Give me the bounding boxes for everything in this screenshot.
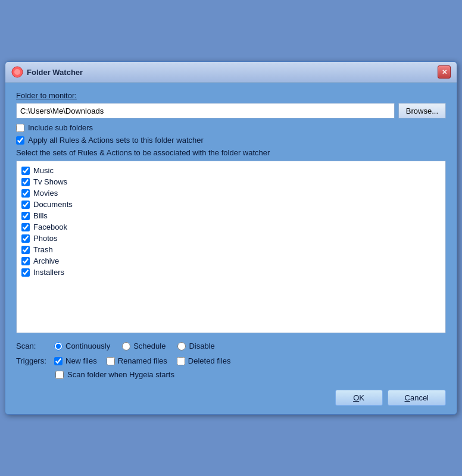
list-checkbox-facebook[interactable] xyxy=(21,223,30,231)
scan-folder-label: Scan folder when Hygeia starts xyxy=(67,370,174,379)
folder-watcher-dialog: Folder Watcher ✕ Folder to monitor: Brow… xyxy=(5,61,457,415)
list-item: Facebook xyxy=(21,221,441,233)
trigger-new-files-label: New files xyxy=(65,356,97,365)
triggers-row: Triggers: New files Renamed files Delete… xyxy=(16,356,446,365)
apply-all-rules-row: Apply all Rules & Actions sets to this f… xyxy=(16,136,446,145)
ok-underline-char: O xyxy=(353,393,359,402)
list-checkbox-movies[interactable] xyxy=(21,189,30,198)
trigger-renamed-files-label: Renamed files xyxy=(118,356,167,365)
list-item: Photos xyxy=(21,233,441,244)
list-item-label-movies: Movies xyxy=(33,189,58,198)
list-item: Tv Shows xyxy=(21,176,441,187)
radio-schedule[interactable]: Schedule xyxy=(122,342,166,350)
radio-continuously[interactable]: Continuously xyxy=(54,342,110,350)
list-item-label-tvshows: Tv Shows xyxy=(33,177,67,186)
app-icon xyxy=(11,66,23,78)
list-checkbox-tvshows[interactable] xyxy=(21,178,30,186)
trigger-deleted-files-label: Deleted files xyxy=(188,356,231,365)
list-item-label-documents: Documents xyxy=(33,200,73,209)
ok-button[interactable]: OK xyxy=(335,390,383,406)
radio-disable-input[interactable] xyxy=(177,342,186,350)
trigger-renamed-files-checkbox[interactable] xyxy=(107,357,115,365)
folder-label: Folder to monitor: xyxy=(16,91,446,100)
cancel-button[interactable]: Cancel xyxy=(388,390,446,406)
radio-continuously-label: Continuously xyxy=(65,342,110,350)
browse-button[interactable]: Browse... xyxy=(398,103,446,118)
list-item-label-photos: Photos xyxy=(33,234,57,243)
scan-row: Scan: Continuously Schedule Disable xyxy=(16,342,446,350)
apply-all-rules-checkbox[interactable] xyxy=(16,136,24,145)
cancel-rest-label: ancel xyxy=(410,393,429,402)
trigger-renamed-files[interactable]: Renamed files xyxy=(107,356,167,365)
list-section-label: Select the sets of Rules & Actions to be… xyxy=(16,148,446,157)
list-item-label-trash: Trash xyxy=(33,245,53,254)
include-subfolders-row: Include sub folders xyxy=(16,123,446,132)
bottom-buttons: OK Cancel xyxy=(16,387,446,406)
include-subfolders-checkbox[interactable] xyxy=(16,124,24,132)
list-item: Installers xyxy=(21,267,441,278)
list-item: Bills xyxy=(21,210,441,221)
folder-input[interactable] xyxy=(16,103,395,118)
scan-radio-group: Continuously Schedule Disable xyxy=(54,342,446,350)
list-checkbox-archive[interactable] xyxy=(21,257,30,265)
triggers-items: New files Renamed files Deleted files xyxy=(54,356,230,365)
scan-folder-row: Scan folder when Hygeia starts xyxy=(55,370,446,379)
list-item: Archive xyxy=(21,255,441,267)
radio-disable-label: Disable xyxy=(189,342,214,350)
trigger-new-files-checkbox[interactable] xyxy=(54,357,63,365)
list-item-label-facebook: Facebook xyxy=(33,223,67,231)
list-item-label-music: Music xyxy=(33,166,54,175)
list-item: Documents xyxy=(21,199,441,210)
triggers-label: Triggers: xyxy=(16,356,52,365)
list-checkbox-trash[interactable] xyxy=(21,246,30,254)
radio-continuously-input[interactable] xyxy=(54,342,63,350)
list-checkbox-music[interactable] xyxy=(21,167,30,175)
title-bar-left: Folder Watcher xyxy=(11,66,83,78)
list-item-label-archive: Archive xyxy=(33,256,59,265)
dialog-body: Folder to monitor: Browse... Include sub… xyxy=(5,83,457,414)
list-checkbox-bills[interactable] xyxy=(21,212,30,220)
include-subfolders-label: Include sub folders xyxy=(28,123,93,132)
trigger-deleted-files-checkbox[interactable] xyxy=(177,357,185,365)
scan-label: Scan: xyxy=(16,342,52,350)
list-item-label-bills: Bills xyxy=(33,211,48,220)
radio-schedule-input[interactable] xyxy=(122,342,130,350)
list-item: Movies xyxy=(21,187,441,199)
cancel-underline-char: C xyxy=(405,393,410,402)
radio-disable[interactable]: Disable xyxy=(177,342,214,350)
dialog-title: Folder Watcher xyxy=(27,68,83,77)
close-button[interactable]: ✕ xyxy=(438,65,451,79)
folder-row: Browse... xyxy=(16,103,446,118)
list-checkbox-installers[interactable] xyxy=(21,268,30,277)
list-item: Trash xyxy=(21,244,441,255)
scan-folder-checkbox[interactable] xyxy=(55,371,64,379)
title-bar: Folder Watcher ✕ xyxy=(5,62,457,83)
trigger-new-files[interactable]: New files xyxy=(54,356,97,365)
apply-all-rules-label: Apply all Rules & Actions sets to this f… xyxy=(28,136,204,145)
rules-list-box: Music Tv Shows Movies Documents Bills Fa… xyxy=(16,161,446,333)
list-checkbox-photos[interactable] xyxy=(21,234,30,243)
trigger-deleted-files[interactable]: Deleted files xyxy=(177,356,231,365)
list-item-label-installers: Installers xyxy=(33,268,64,277)
svg-point-1 xyxy=(14,69,20,75)
ok-rest-label: K xyxy=(359,393,364,402)
radio-schedule-label: Schedule xyxy=(133,342,166,350)
list-item: Music xyxy=(21,165,441,176)
list-checkbox-documents[interactable] xyxy=(21,201,30,209)
